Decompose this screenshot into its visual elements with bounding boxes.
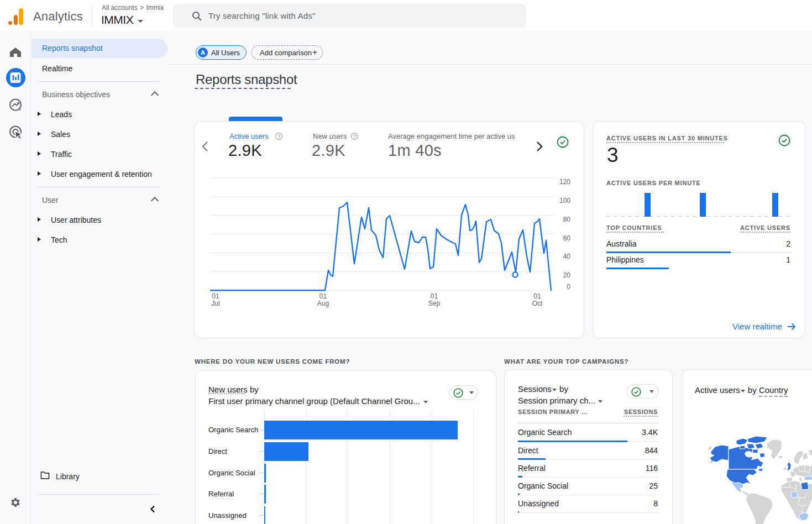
svg-text:Sep: Sep: [428, 300, 441, 307]
svg-text:01: 01: [319, 292, 327, 300]
svg-text:80: 80: [563, 216, 571, 223]
svg-text:100: 100: [559, 197, 570, 205]
svg-text:20: 20: [563, 271, 571, 279]
svg-text:40: 40: [563, 253, 571, 260]
svg-text:120: 120: [559, 178, 570, 186]
svg-text:Jul: Jul: [211, 300, 219, 307]
svg-text:01: 01: [533, 292, 541, 300]
svg-text:01: 01: [212, 292, 219, 300]
svg-text:Oct: Oct: [532, 300, 543, 307]
svg-text:Aug: Aug: [317, 300, 329, 307]
svg-text:60: 60: [563, 234, 571, 242]
svg-text:0: 0: [567, 283, 570, 291]
svg-text:01: 01: [431, 292, 438, 300]
